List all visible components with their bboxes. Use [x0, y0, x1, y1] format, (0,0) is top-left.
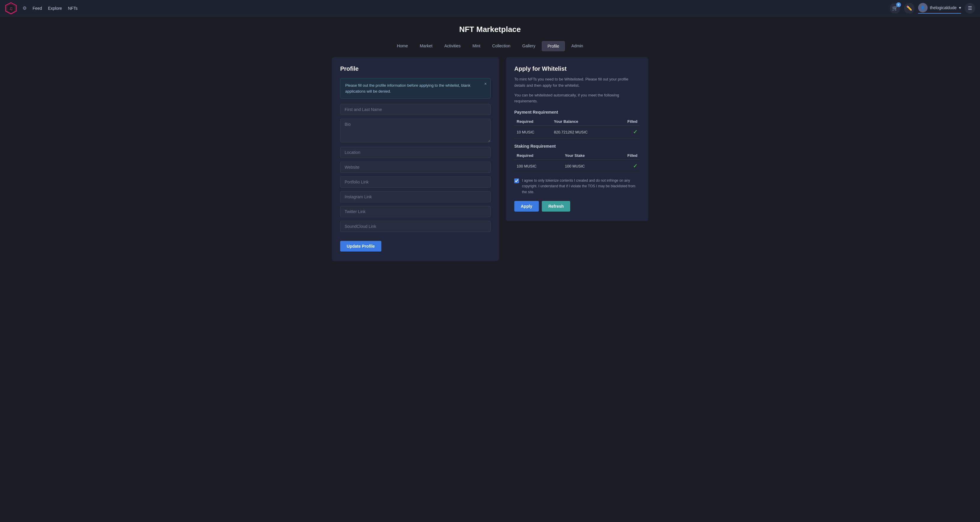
subnav-admin[interactable]: Admin: [566, 41, 589, 51]
profile-panel: Profile Please fill out the profile info…: [332, 57, 499, 261]
top-nav-links: Feed Explore NFTs: [33, 6, 78, 11]
settings-icon[interactable]: ⚙: [22, 5, 27, 11]
website-input[interactable]: [340, 162, 491, 173]
staking-check-icon: ✓: [633, 163, 638, 169]
portfolio-input[interactable]: [340, 176, 491, 187]
payment-col-balance: Your Balance: [552, 117, 616, 126]
nav-nfts[interactable]: NFTs: [68, 6, 78, 11]
cart-button[interactable]: 🛒 0: [890, 3, 900, 14]
nav-explore[interactable]: Explore: [48, 6, 62, 11]
edit-button[interactable]: ✏️: [904, 3, 915, 14]
payment-col-required: Required: [514, 117, 552, 126]
cart-badge: 0: [896, 2, 901, 7]
page-header: NFT Marketplace: [0, 17, 980, 39]
payment-req-title: Payment Requirement: [514, 110, 640, 114]
user-menu-button[interactable]: 👤 thelogicaldude ▾: [918, 3, 961, 14]
soundcloud-input[interactable]: [340, 221, 491, 232]
payment-balance-value: 820.721262 MUSIC: [552, 126, 616, 138]
staking-filled-icon: ✓: [611, 160, 640, 173]
main-content: Profile Please fill out the profile info…: [327, 57, 653, 273]
subnav-market[interactable]: Market: [415, 41, 438, 51]
dropdown-icon: ▾: [959, 5, 961, 10]
alert-message: Please fill out the profile information …: [345, 83, 471, 94]
nav-feed[interactable]: Feed: [33, 6, 42, 11]
sub-nav: Home Market Activities Mint Collection G…: [0, 39, 980, 57]
tos-checkbox[interactable]: [514, 178, 519, 183]
location-field-group: [340, 147, 491, 158]
whitelist-desc2: You can be whitelisted automatically, if…: [514, 92, 640, 105]
payment-check-icon: ✓: [633, 129, 638, 135]
subnav-gallery[interactable]: Gallery: [517, 41, 541, 51]
hamburger-button[interactable]: ☰: [965, 3, 975, 14]
username-label: thelogicaldude: [930, 5, 957, 10]
whitelist-desc1: To mint NFTs you need to be Whitelisted.…: [514, 76, 640, 89]
subnav-home[interactable]: Home: [391, 41, 413, 51]
location-input[interactable]: [340, 147, 491, 158]
page-title: NFT Marketplace: [0, 25, 980, 34]
refresh-button[interactable]: Refresh: [542, 201, 570, 212]
staking-req-table: Required Your Stake Filled 100 MUSIC 100…: [514, 152, 640, 173]
payment-req-table: Required Your Balance Filled 10 MUSIC 82…: [514, 117, 640, 138]
profile-alert: Please fill out the profile information …: [340, 78, 491, 98]
payment-filled-icon: ✓: [615, 126, 640, 138]
portfolio-field-group: [340, 176, 491, 187]
staking-stake-value: 100 MUSIC: [563, 160, 611, 173]
top-nav-right: 🛒 0 ✏️ 👤 thelogicaldude ▾ ☰: [890, 3, 975, 14]
payment-required-value: 10 MUSIC: [514, 126, 552, 138]
staking-col-stake: Your Stake: [563, 152, 611, 160]
twitter-field-group: [340, 206, 491, 217]
subnav-collection[interactable]: Collection: [487, 41, 515, 51]
subnav-profile[interactable]: Profile: [542, 41, 565, 51]
bio-field-group: [340, 119, 491, 143]
alert-close-button[interactable]: ×: [484, 81, 487, 86]
payment-col-filled: Filled: [615, 117, 640, 126]
subnav-activities[interactable]: Activities: [439, 41, 466, 51]
apply-button[interactable]: Apply: [514, 201, 539, 212]
bio-input[interactable]: [340, 119, 491, 142]
app-logo[interactable]: ♫: [5, 2, 17, 14]
staking-req-title: Staking Requirement: [514, 144, 640, 149]
instagram-input[interactable]: [340, 191, 491, 202]
soundcloud-field-group: [340, 221, 491, 232]
top-nav: ♫ ⚙ Feed Explore NFTs 🛒 0 ✏️ 👤 thelogica…: [0, 0, 980, 17]
staking-required-value: 100 MUSIC: [514, 160, 563, 173]
avatar: 👤: [918, 3, 928, 13]
staking-col-required: Required: [514, 152, 563, 160]
name-input[interactable]: [340, 104, 491, 115]
top-nav-left: ♫ ⚙ Feed Explore NFTs: [5, 2, 78, 14]
update-profile-button[interactable]: Update Profile: [340, 241, 381, 252]
payment-req-row: 10 MUSIC 820.721262 MUSIC ✓: [514, 126, 640, 138]
whitelist-title: Apply for Whitelist: [514, 65, 640, 72]
whitelist-panel: Apply for Whitelist To mint NFTs you nee…: [506, 57, 648, 221]
subnav-mint[interactable]: Mint: [467, 41, 485, 51]
tos-text: I agree to only tokenize contents I crea…: [522, 178, 640, 195]
staking-col-filled: Filled: [611, 152, 640, 160]
website-field-group: [340, 162, 491, 173]
staking-req-row: 100 MUSIC 100 MUSIC ✓: [514, 160, 640, 173]
name-field-group: [340, 104, 491, 115]
instagram-field-group: [340, 191, 491, 202]
profile-panel-title: Profile: [340, 65, 491, 72]
hamburger-icon: ☰: [968, 5, 972, 11]
svg-text:♫: ♫: [9, 6, 13, 11]
tos-row: I agree to only tokenize contents I crea…: [514, 178, 640, 195]
action-buttons: Apply Refresh: [514, 201, 640, 212]
twitter-input[interactable]: [340, 206, 491, 217]
